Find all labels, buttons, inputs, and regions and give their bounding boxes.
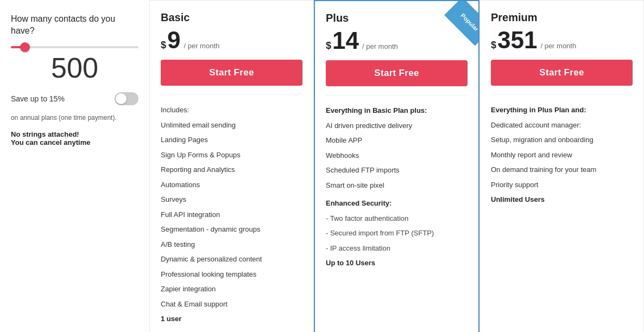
feature-item: Automations: [161, 177, 302, 193]
annual-label: Save up to 15%: [11, 94, 65, 103]
plan-name: Basic: [161, 11, 302, 24]
feature-item: Up to 10 Users: [326, 256, 468, 271]
plan-features: Everything in Plus Plan and:Dedicated ac…: [491, 103, 633, 207]
feature-item: Segmentation - dynamic groups: [161, 222, 302, 237]
price-dollar: $: [161, 40, 166, 51]
price-amount: 14: [332, 29, 359, 53]
contacts-slider[interactable]: [11, 46, 138, 48]
feature-item: - Secured import from FTP (SFTP): [326, 226, 468, 241]
feature-item: Monthly report and review: [491, 148, 633, 163]
feature-item: Landing Pages: [161, 132, 302, 148]
feature-item: Everything in Plus Plan and:: [491, 103, 633, 118]
plan-divider: [161, 94, 302, 95]
feature-item: Priority support: [491, 177, 633, 193]
price-dollar: $: [491, 40, 496, 51]
feature-item: Mobile APP: [326, 133, 468, 148]
price-period: / per month: [184, 42, 220, 50]
plan-card-premium: Premium $ 351 / per month Start Free Eve…: [479, 0, 644, 332]
no-strings-text: No strings attached! You can cancel anyt…: [11, 130, 138, 146]
feature-item: Webhooks: [326, 148, 468, 163]
plan-divider: [491, 94, 633, 95]
price-dollar: $: [326, 40, 331, 52]
start-free-button[interactable]: Start Free: [491, 60, 633, 86]
feature-item: Setup, migration and onboarding: [491, 132, 633, 148]
plan-name: Premium: [491, 11, 633, 24]
plan-features: Includes:Unlimited email sendingLanding …: [161, 103, 302, 327]
start-free-button[interactable]: Start Free: [326, 60, 468, 86]
contact-count-display: 500: [11, 53, 138, 84]
contacts-question: How many contacts do you have?: [11, 13, 138, 37]
plans-container: Basic $ 9 / per month Start Free Include…: [149, 0, 644, 332]
feature-item: 1 user: [161, 311, 302, 327]
feature-item: Unlimited email sending: [161, 118, 302, 133]
feature-item: Professional looking templates: [161, 267, 302, 282]
plan-price-row: $ 9 / per month: [161, 28, 302, 52]
feature-item: Chat & Email support: [161, 297, 302, 312]
feature-item: - IP access limitation: [326, 241, 468, 256]
feature-item: Everything in Basic Plan plus:: [326, 103, 468, 118]
feature-item: Dedicated account manager:: [491, 118, 633, 133]
plan-card-basic: Basic $ 9 / per month Start Free Include…: [149, 0, 314, 332]
annual-toggle-row: Save up to 15%: [11, 92, 138, 105]
feature-item: - Two factor authentication: [326, 211, 468, 226]
price-amount: 9: [167, 28, 180, 52]
price-period: / per month: [540, 42, 576, 50]
price-period: / per month: [362, 42, 398, 50]
feature-item: Surveys: [161, 192, 302, 207]
feature-item: Dynamic & personalized content: [161, 252, 302, 267]
feature-item: Enhanced Security:: [326, 196, 468, 211]
toggle-knob: [116, 93, 127, 104]
price-amount: 351: [497, 28, 537, 52]
annual-toggle[interactable]: [115, 92, 138, 105]
feature-item: Unlimited Users: [491, 192, 633, 207]
plan-price-row: $ 14 / per month: [326, 29, 468, 53]
feature-item: Reporting and Analytics: [161, 162, 302, 177]
plan-features: Everything in Basic Plan plus:AI driven …: [326, 103, 468, 271]
sidebar: How many contacts do you have? 500 Save …: [0, 0, 149, 332]
start-free-button[interactable]: Start Free: [161, 60, 302, 86]
feature-item: Scheduled FTP imports: [326, 163, 468, 178]
plan-divider: [326, 95, 468, 95]
slider-container: 500: [11, 46, 138, 84]
feature-item: Includes:: [161, 103, 302, 118]
feature-item: A/B testing: [161, 237, 302, 252]
feature-item: On demand training for your team: [491, 162, 633, 177]
feature-item: Full API integration: [161, 207, 302, 222]
plan-card-plus: Popular Plus $ 14 / per month Start Free…: [314, 0, 479, 332]
feature-item: Zapier integration: [161, 282, 302, 297]
feature-item: Smart on-site pixel: [326, 178, 468, 193]
plan-price-row: $ 351 / per month: [491, 28, 633, 52]
feature-item: Sign Up Forms & Popups: [161, 148, 302, 163]
feature-item: AI driven predictive delivery: [326, 118, 468, 133]
annual-note: on annual plans (one time payment).: [11, 114, 138, 122]
